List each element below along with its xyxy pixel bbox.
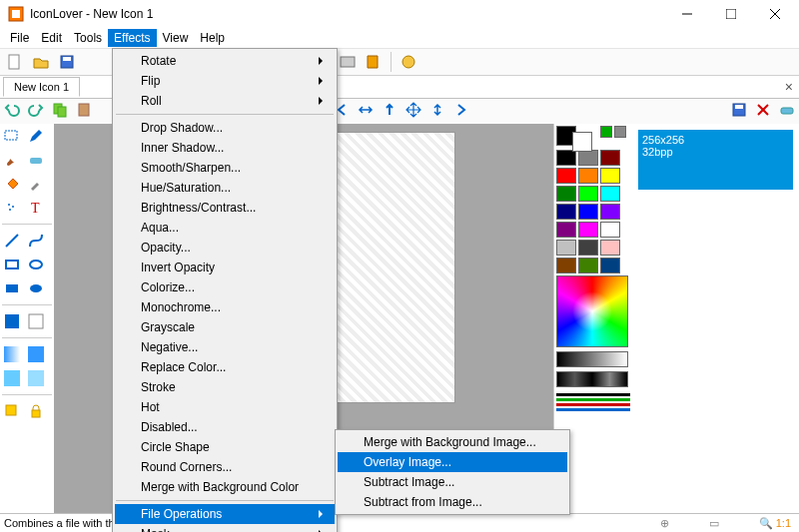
tb-help[interactable]	[398, 51, 419, 73]
tb-copy[interactable]	[52, 102, 72, 122]
color-swatch[interactable]	[600, 222, 620, 238]
menu-effects[interactable]: Effects	[108, 29, 156, 47]
doc-close-icon[interactable]: ×	[785, 79, 793, 95]
menu-file[interactable]: File	[4, 29, 35, 47]
lock-icon[interactable]	[26, 401, 46, 421]
mi-disabled[interactable]: Disabled...	[115, 417, 335, 437]
mi-monochrome[interactable]: Monochrome...	[115, 297, 335, 317]
tb-redo[interactable]	[28, 102, 48, 122]
color-swatch[interactable]	[600, 258, 620, 273]
mi-aqua[interactable]: Aqua...	[115, 218, 335, 238]
pencil-tool[interactable]	[26, 126, 46, 146]
grad2[interactable]	[26, 344, 46, 364]
grayscale-ramp[interactable]	[556, 351, 628, 367]
color-swatch[interactable]	[556, 186, 576, 202]
ellipse-tool[interactable]	[26, 255, 46, 274]
select-tool[interactable]	[2, 126, 22, 146]
line-weight[interactable]	[556, 393, 630, 396]
mi-merge-bg-image[interactable]: Merge with Background Image...	[338, 432, 567, 452]
mi-replace-color[interactable]: Replace Color...	[115, 357, 335, 377]
mini-swatch[interactable]	[600, 126, 612, 138]
bg-swatch[interactable]	[26, 311, 46, 331]
tb-book[interactable]	[363, 51, 385, 73]
color-swatch[interactable]	[556, 258, 576, 273]
grad4[interactable]	[26, 368, 46, 388]
mi-merge-bg[interactable]: Merge with Background Color	[115, 477, 335, 497]
mi-round-corners[interactable]: Round Corners...	[115, 457, 335, 477]
color-swatch[interactable]	[600, 168, 620, 184]
mi-opacity[interactable]: Opacity...	[115, 238, 335, 258]
color-swatch[interactable]	[600, 204, 620, 220]
mi-negative[interactable]: Negative...	[115, 337, 335, 357]
tb-save[interactable]	[56, 51, 78, 73]
format-thumb[interactable]: 256x256 32bpp	[638, 130, 793, 190]
zoom-indicator[interactable]: 🔍 1:1	[759, 517, 791, 530]
mi-smooth[interactable]: Smooth/Sharpen...	[115, 158, 335, 178]
tb-eraser[interactable]	[779, 102, 799, 122]
arrow-right-icon[interactable]	[453, 102, 473, 122]
spray-tool[interactable]	[2, 198, 22, 218]
color-swatch[interactable]	[556, 204, 576, 220]
color-swatch[interactable]	[556, 222, 576, 238]
line-weight[interactable]	[556, 398, 630, 401]
color-swatch[interactable]	[600, 150, 620, 166]
mi-subtract-image[interactable]: Subtract Image...	[338, 472, 567, 492]
layer-tool[interactable]	[2, 401, 22, 421]
mi-roll[interactable]: Roll	[115, 91, 335, 111]
color-swatch[interactable]	[578, 150, 598, 166]
line-weight[interactable]	[556, 408, 630, 411]
grad3[interactable]	[2, 368, 22, 388]
fg-swatch[interactable]	[2, 311, 22, 331]
mi-circle[interactable]: Circle Shape	[115, 437, 335, 457]
grad1[interactable]	[2, 344, 22, 364]
tb-new[interactable]	[4, 51, 26, 73]
tb-open[interactable]	[30, 51, 52, 73]
brush-tool[interactable]	[2, 150, 22, 170]
mi-rotate[interactable]: Rotate	[115, 51, 335, 71]
menu-help[interactable]: Help	[194, 29, 231, 47]
tb-save2[interactable]	[731, 102, 751, 122]
arrow-all-icon[interactable]	[405, 102, 425, 122]
menu-edit[interactable]: Edit	[35, 29, 68, 47]
mi-mask[interactable]: Mask	[115, 524, 335, 532]
fillellipse-tool[interactable]	[26, 278, 46, 298]
tb-test[interactable]	[337, 51, 359, 73]
mi-hue[interactable]: Hue/Saturation...	[115, 178, 335, 198]
line-tool[interactable]	[2, 231, 22, 251]
mi-invert-opacity[interactable]: Invert Opacity	[115, 258, 335, 277]
tb-del2[interactable]	[755, 102, 775, 122]
mi-file-operations[interactable]: File Operations	[115, 504, 335, 524]
mi-hot[interactable]: Hot	[115, 397, 335, 417]
doc-tab[interactable]: New Icon 1	[3, 77, 80, 97]
menu-tools[interactable]: Tools	[68, 29, 108, 47]
mi-subtract-from-image[interactable]: Subtract from Image...	[338, 492, 567, 512]
color-swatch[interactable]	[578, 204, 598, 220]
close-button[interactable]	[753, 0, 797, 28]
color-swatch[interactable]	[556, 150, 576, 166]
bg-color[interactable]	[572, 132, 592, 152]
color-picker-gradient[interactable]	[556, 275, 628, 347]
menu-view[interactable]: View	[157, 29, 195, 47]
pattern-ramp[interactable]	[556, 371, 628, 387]
mi-stroke[interactable]: Stroke	[115, 377, 335, 397]
fill-tool[interactable]	[2, 174, 22, 194]
color-swatch[interactable]	[578, 168, 598, 184]
line-weight[interactable]	[556, 403, 630, 406]
arrow-ud-icon[interactable]	[429, 102, 449, 122]
mi-brightness[interactable]: Brightness/Contrast...	[115, 198, 335, 218]
color-swatch[interactable]	[600, 186, 620, 202]
tb-undo[interactable]	[4, 102, 24, 122]
color-swatch[interactable]	[578, 222, 598, 238]
tb-paste[interactable]	[76, 102, 96, 122]
text-tool[interactable]: T	[26, 198, 46, 218]
fillrect-tool[interactable]	[2, 278, 22, 298]
arrow-lr-icon[interactable]	[358, 102, 378, 122]
rect-tool[interactable]	[2, 255, 22, 274]
minimize-button[interactable]	[665, 0, 709, 28]
mi-colorize[interactable]: Colorize...	[115, 277, 335, 297]
eraser-tool[interactable]	[26, 150, 46, 170]
color-swatch[interactable]	[578, 240, 598, 256]
color-swatch[interactable]	[600, 240, 620, 256]
color-swatch[interactable]	[556, 240, 576, 256]
mi-inner-shadow[interactable]: Inner Shadow...	[115, 138, 335, 158]
